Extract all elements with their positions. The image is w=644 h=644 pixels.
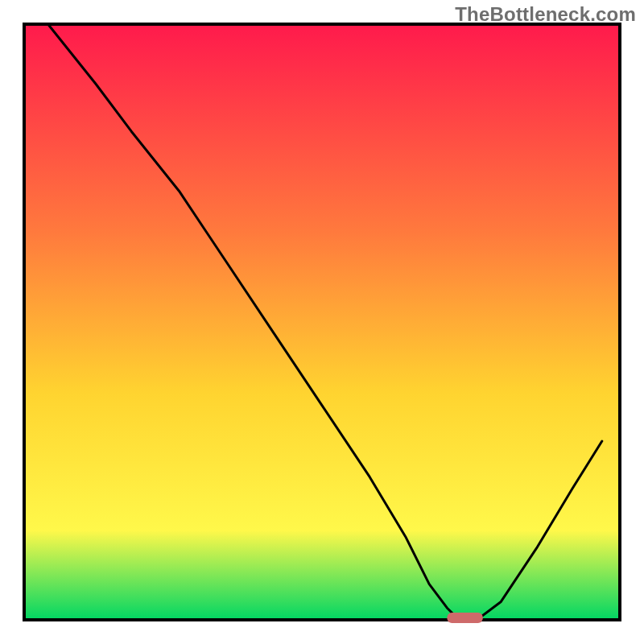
bottleneck-chart bbox=[0, 0, 644, 644]
optimal-marker bbox=[447, 613, 482, 623]
chart-container: { "watermark": "TheBottleneck.com", "cha… bbox=[0, 0, 644, 644]
plot-background bbox=[24, 24, 620, 620]
watermark-text: TheBottleneck.com bbox=[455, 3, 636, 26]
